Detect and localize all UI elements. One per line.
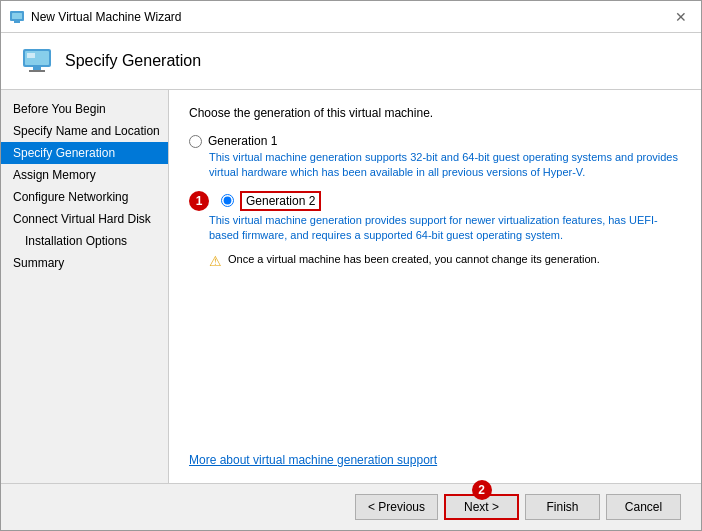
- window-icon: [9, 9, 25, 25]
- generation2-label-text: Generation 2: [240, 191, 321, 211]
- previous-button[interactable]: < Previous: [355, 494, 438, 520]
- generation1-option: Generation 1 This virtual machine genera…: [189, 134, 681, 185]
- annotation-badge-2: 2: [472, 480, 492, 500]
- svg-rect-1: [12, 13, 22, 19]
- close-button[interactable]: ✕: [669, 5, 693, 29]
- sidebar-item-installation-options[interactable]: Installation Options: [1, 230, 168, 252]
- header-icon: [21, 45, 53, 77]
- svg-rect-5: [33, 67, 41, 70]
- link-area: More about virtual machine generation su…: [189, 437, 681, 467]
- generation2-radio[interactable]: [221, 194, 234, 207]
- sidebar-item-specify-generation[interactable]: Specify Generation: [1, 142, 168, 164]
- main-content: Before You Begin Specify Name and Locati…: [1, 90, 701, 483]
- more-info-link[interactable]: More about virtual machine generation su…: [189, 453, 437, 467]
- sidebar: Before You Begin Specify Name and Locati…: [1, 90, 169, 483]
- sidebar-item-configure-networking[interactable]: Configure Networking: [1, 186, 168, 208]
- svg-rect-7: [27, 53, 35, 58]
- sidebar-item-before-you-begin[interactable]: Before You Begin: [1, 98, 168, 120]
- cancel-button[interactable]: Cancel: [606, 494, 681, 520]
- content-area: Choose the generation of this virtual ma…: [169, 90, 701, 483]
- content-description: Choose the generation of this virtual ma…: [189, 106, 681, 120]
- sidebar-item-connect-vhd[interactable]: Connect Virtual Hard Disk: [1, 208, 168, 230]
- sidebar-item-name-location[interactable]: Specify Name and Location: [1, 120, 168, 142]
- generation1-description: This virtual machine generation supports…: [209, 150, 681, 181]
- footer: < Previous 2 Next > Finish Cancel: [1, 483, 701, 530]
- generation2-option: 1 Generation 2 This virtual machine gene…: [189, 191, 681, 269]
- generation2-row: 1 Generation 2: [189, 191, 681, 211]
- sidebar-item-assign-memory[interactable]: Assign Memory: [1, 164, 168, 186]
- header-section: Specify Generation: [1, 33, 701, 90]
- svg-rect-6: [29, 70, 45, 72]
- generation1-label[interactable]: Generation 1: [208, 134, 277, 148]
- warning-text: Once a virtual machine has been created,…: [228, 252, 600, 267]
- sidebar-item-summary[interactable]: Summary: [1, 252, 168, 274]
- annotation-badge-1: 1: [189, 191, 209, 211]
- radio-group: Generation 1 This virtual machine genera…: [189, 134, 681, 269]
- title-bar: New Virtual Machine Wizard ✕: [1, 1, 701, 33]
- generation1-radio[interactable]: [189, 135, 202, 148]
- title-bar-text: New Virtual Machine Wizard: [31, 10, 669, 24]
- generation2-description: This virtual machine generation provides…: [209, 213, 681, 244]
- page-title: Specify Generation: [65, 52, 201, 70]
- wizard-window: New Virtual Machine Wizard ✕ Specify Gen…: [0, 0, 702, 531]
- generation2-label[interactable]: Generation 2: [240, 194, 321, 208]
- next-button-container: 2 Next >: [444, 494, 519, 520]
- finish-button[interactable]: Finish: [525, 494, 600, 520]
- warning-icon: ⚠: [209, 253, 222, 269]
- svg-rect-2: [14, 21, 20, 23]
- generation1-row: Generation 1: [189, 134, 681, 148]
- warning-box: ⚠ Once a virtual machine has been create…: [209, 252, 681, 269]
